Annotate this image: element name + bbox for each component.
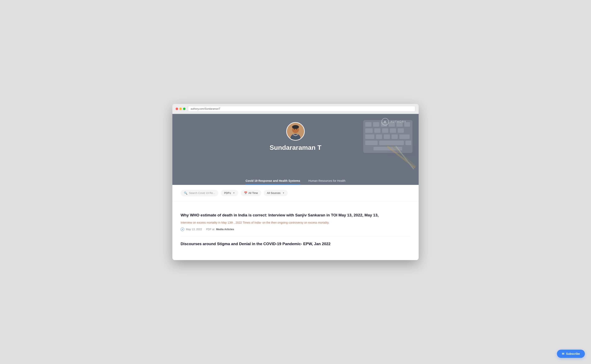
svg-rect-12: [365, 134, 374, 139]
calendar-icon: 📅: [244, 191, 247, 195]
search-input-placeholder: Search Covid 19 Re...: [189, 191, 215, 195]
type-filter-chevron: ▼: [233, 192, 235, 194]
tab-hr[interactable]: Human Resources for Health: [309, 177, 346, 185]
svg-line-23: [396, 146, 414, 169]
svg-rect-2: [373, 122, 379, 127]
svg-rect-18: [379, 141, 404, 145]
article-title[interactable]: Discourses around Stigma and Denial in t…: [181, 241, 410, 247]
close-button[interactable]: [176, 108, 178, 110]
svg-rect-19: [405, 141, 411, 145]
svg-rect-17: [365, 141, 378, 145]
svg-rect-7: [365, 128, 373, 133]
authory-badge: A: [181, 228, 184, 231]
tabs-container: Covid 19 Response and Health Systems Hum…: [172, 171, 419, 185]
separator-dot: ·: [204, 228, 205, 231]
articles-container: Why WHO estimate of death in India is co…: [172, 202, 419, 260]
svg-point-27: [292, 125, 299, 129]
browser-window: authory.com/SundaramanT: [172, 104, 419, 260]
hero-section: A AUTHORY Sundararaman T: [172, 114, 419, 171]
maximize-button[interactable]: [183, 108, 186, 110]
authory-logo: A AUTHORY: [382, 118, 406, 125]
svg-rect-1: [365, 122, 371, 127]
svg-rect-9: [382, 128, 388, 133]
filter-bar: 🔍 Search Covid 19 Re... PDFs ▼ 📅 All Tim…: [172, 185, 419, 202]
sources-filter-chevron: ▼: [282, 192, 285, 194]
article-type: PDF at: [206, 228, 214, 231]
svg-rect-13: [376, 134, 382, 139]
type-filter-label: PDFs: [224, 191, 231, 195]
time-filter-dropdown[interactable]: 📅 All Time: [241, 190, 261, 196]
authory-logo-icon: A: [382, 118, 389, 125]
svg-rect-15: [391, 134, 398, 139]
svg-rect-11: [398, 128, 404, 133]
address-bar[interactable]: authory.com/SundaramanT: [188, 106, 415, 112]
svg-point-28: [294, 129, 295, 130]
browser-chrome: authory.com/SundaramanT: [172, 104, 419, 114]
sources-filter-dropdown[interactable]: All Sources ▼: [264, 190, 288, 196]
authory-logo-text: AUTHORY: [390, 120, 406, 123]
author-name: Sundararaman T: [270, 144, 322, 151]
svg-rect-8: [374, 128, 380, 133]
search-input-wrap[interactable]: 🔍 Search Covid 19 Re...: [181, 190, 218, 196]
svg-point-29: [296, 129, 297, 130]
svg-rect-16: [399, 134, 410, 139]
search-icon: 🔍: [184, 191, 187, 195]
article-item: Why WHO estimate of death in India is co…: [181, 208, 410, 236]
article-date: May 13, 2022: [186, 228, 202, 231]
tabs: Covid 19 Response and Health Systems Hum…: [246, 177, 346, 185]
subscribe-button[interactable]: ✉ Subscribe: [557, 350, 585, 358]
pens-decoration: [384, 145, 416, 169]
subscribe-label: Subscribe: [566, 352, 580, 355]
article-title[interactable]: Why WHO estimate of death in India is co…: [181, 213, 410, 218]
article-excerpt: Interview on excess mortality in May 13t…: [181, 220, 410, 225]
mail-icon: ✉: [562, 352, 564, 355]
article-source[interactable]: Media Articles: [216, 228, 234, 231]
type-filter-dropdown[interactable]: PDFs ▼: [221, 190, 238, 196]
sources-filter-label: All Sources: [267, 191, 281, 195]
svg-rect-10: [390, 128, 396, 133]
author-avatar: [286, 122, 305, 141]
tab-covid[interactable]: Covid 19 Response and Health Systems: [246, 177, 300, 185]
avatar-image: [287, 123, 304, 140]
traffic-lights: [176, 108, 186, 110]
main-content: 🔍 Search Covid 19 Re... PDFs ▼ 📅 All Tim…: [172, 185, 419, 260]
time-filter-label: All Time: [248, 191, 258, 195]
article-item: Discourses around Stigma and Denial in t…: [181, 236, 410, 254]
address-text: authory.com/SundaramanT: [191, 107, 220, 110]
article-meta: A May 13, 2022 · PDF at Media Articles: [181, 228, 410, 231]
minimize-button[interactable]: [179, 108, 182, 110]
svg-line-21: [388, 147, 415, 167]
svg-rect-14: [384, 134, 390, 139]
